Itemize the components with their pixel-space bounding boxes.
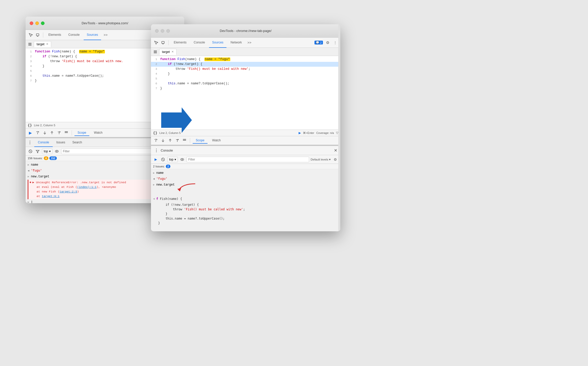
sidebar-toggle-1[interactable] xyxy=(28,42,32,47)
watch-tab-2[interactable]: Watch xyxy=(209,138,224,144)
title-bar-2: DevTools - chrome://new-tab-page/ xyxy=(151,24,340,38)
minimize-button[interactable] xyxy=(35,21,39,25)
window-title-1: DevTools - www.photopea.com/ xyxy=(82,21,128,25)
tab-sources-1[interactable]: Sources xyxy=(84,30,101,40)
step-over-btn-2[interactable] xyxy=(153,138,159,143)
watch-tab-1[interactable]: Watch xyxy=(91,130,106,136)
error-detail-3: at target:9:1 xyxy=(32,194,126,199)
device-icon-2[interactable] xyxy=(160,40,166,46)
settings-icon-2[interactable]: ⚙ xyxy=(324,40,331,46)
console-close-2[interactable]: ✕ xyxy=(334,148,337,153)
svg-rect-19 xyxy=(154,52,157,52)
settings-console-2[interactable]: ⚙ xyxy=(332,156,338,163)
svg-line-12 xyxy=(30,151,31,152)
svg-line-28 xyxy=(162,159,164,160)
file-tab-label-2: target xyxy=(162,50,170,54)
file-close-2[interactable]: ✕ xyxy=(171,50,174,53)
tab-console-1[interactable]: Console xyxy=(65,30,83,40)
window-title-2: DevTools - chrome://new-tab-page/ xyxy=(220,29,271,33)
file-tab-1[interactable]: target ✕ xyxy=(34,41,51,47)
error-link-3[interactable]: target:9:1 xyxy=(42,195,60,198)
step-into-btn-2[interactable] xyxy=(160,138,166,143)
error-link-1[interactable]: (index):1:1 xyxy=(77,185,97,189)
chat-badge-2: 💬 2 xyxy=(314,41,323,44)
step-over-btn-1[interactable] xyxy=(35,130,40,136)
issues-count-2: 2 Issues: xyxy=(153,165,165,168)
code-block-line-6: } xyxy=(158,221,160,225)
error-detail-2: at new Fish (target:2:5) xyxy=(32,189,126,194)
console-section-2: ⋮ Console ✕ ▶ top ▾ Default levels ▾ xyxy=(151,146,340,231)
tab-sources-2[interactable]: Sources xyxy=(209,38,226,48)
code-block-line-3: } xyxy=(158,212,167,216)
levels-label-2: Default levels xyxy=(311,158,328,161)
file-close-1[interactable]: ✕ xyxy=(46,42,48,46)
run-icon-2[interactable]: ▶ xyxy=(299,131,301,135)
svg-point-30 xyxy=(182,159,183,160)
close-button[interactable] xyxy=(30,21,33,25)
console-name-2: name xyxy=(156,171,164,175)
more-tabs-1[interactable]: >> xyxy=(102,33,109,37)
filter-icon-1[interactable] xyxy=(35,148,40,154)
console-row-name-2: ▶ name xyxy=(153,170,338,176)
step-out-btn-1[interactable] xyxy=(49,130,55,136)
code-line-2-6: 6 this.name = name?.toUpperCase(); xyxy=(151,81,340,86)
device-icon[interactable] xyxy=(35,32,41,38)
tab-issues-1[interactable]: Issues xyxy=(53,138,69,147)
inspect-icon[interactable] xyxy=(28,32,34,38)
file-tab-label-1: target xyxy=(37,42,45,46)
deactivate-btn-2[interactable] xyxy=(182,138,187,143)
deactivate-btn-1[interactable] xyxy=(63,130,69,136)
filter-input-1[interactable] xyxy=(63,150,159,153)
tab-elements-1[interactable]: Elements xyxy=(45,30,64,40)
scope-tab-1[interactable]: Scope xyxy=(74,130,89,136)
filter-input-2[interactable] xyxy=(188,158,307,161)
eye-icon-2[interactable] xyxy=(179,157,185,162)
filter-box-2[interactable] xyxy=(187,157,309,162)
levels-dropdown-2[interactable]: Default levels ▾ xyxy=(311,158,331,161)
sidebar-toggle-2[interactable] xyxy=(153,50,158,54)
clear-console-1[interactable] xyxy=(28,148,33,154)
scrollbar-2[interactable] xyxy=(338,24,340,231)
top-selector-1[interactable]: top ▾ xyxy=(42,148,52,154)
step-btn-1[interactable] xyxy=(56,130,62,136)
console-menu-2[interactable]: ⋮ xyxy=(154,148,159,153)
status-right-2: ▶ ⌘+Enter Coverage: n/a ▽ xyxy=(299,131,338,135)
close-btn-2[interactable] xyxy=(155,29,159,33)
console-menu-1[interactable]: ⋮ xyxy=(28,140,32,145)
tab-network-2[interactable]: Network xyxy=(227,38,245,48)
tab-console-bottom-1[interactable]: Console xyxy=(34,138,53,147)
run-shortcut-2: ⌘+Enter xyxy=(303,131,314,135)
separator xyxy=(43,32,43,38)
console-fish-2: f Fish(name) { xyxy=(156,197,182,201)
red-arrow-annotation xyxy=(177,182,198,195)
svg-rect-0 xyxy=(36,34,39,36)
more-tabs-2[interactable]: >> xyxy=(246,41,253,44)
tab-search-1[interactable]: Search xyxy=(69,138,86,147)
min-btn-2[interactable] xyxy=(161,29,164,33)
status-position-1: Line 2, Column 5 xyxy=(34,124,55,127)
tab-elements-2[interactable]: Elements xyxy=(171,38,190,48)
maximize-button[interactable] xyxy=(41,21,45,25)
error-link-2[interactable]: target:2:5 xyxy=(60,190,77,193)
inspect-icon-2[interactable] xyxy=(153,40,159,46)
console-row-fugu-2: ◀ 'fugu' xyxy=(153,176,338,182)
file-tab-2[interactable]: target ✕ xyxy=(159,49,177,55)
tab-console-2[interactable]: Console xyxy=(191,38,208,48)
svg-point-14 xyxy=(56,151,57,152)
step-btn-2[interactable] xyxy=(175,138,180,143)
run-console-2[interactable]: ▶ xyxy=(153,157,159,162)
code-line-2-2: 2 if (!new.target) { xyxy=(151,62,340,67)
resume-btn-1[interactable]: ▶ xyxy=(28,130,33,136)
max-btn-2[interactable] xyxy=(166,29,170,33)
eye-icon-1[interactable] xyxy=(54,148,60,154)
clear-console-2[interactable] xyxy=(160,157,166,162)
error-detail-1: at eval (eval at Fish ((index):1:1), <an… xyxy=(32,185,126,189)
more-icon-2[interactable]: ⋮ xyxy=(332,40,338,46)
top-selector-2[interactable]: top ▾ xyxy=(167,157,178,162)
scope-tab-2[interactable]: Scope xyxy=(193,138,208,144)
step-into-btn-1[interactable] xyxy=(42,130,48,136)
step-out-btn-2[interactable] xyxy=(167,138,173,143)
svg-marker-31 xyxy=(177,188,181,191)
coverage-btn-2[interactable]: ▽ xyxy=(336,131,338,135)
filter-box-1[interactable] xyxy=(61,148,161,154)
